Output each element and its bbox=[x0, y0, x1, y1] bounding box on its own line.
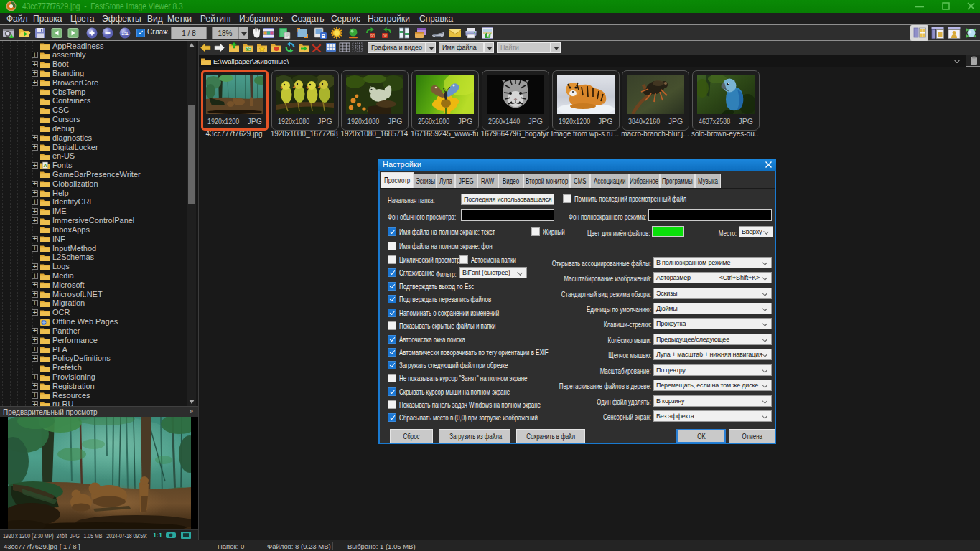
svg-text:90: 90 bbox=[370, 34, 375, 38]
svg-text:ZIP: ZIP bbox=[246, 47, 251, 51]
svg-text:1:1: 1:1 bbox=[121, 31, 129, 36]
svg-text:90: 90 bbox=[383, 34, 387, 38]
svg-text:B: B bbox=[322, 33, 326, 39]
svg-text:A: A bbox=[43, 163, 47, 168]
